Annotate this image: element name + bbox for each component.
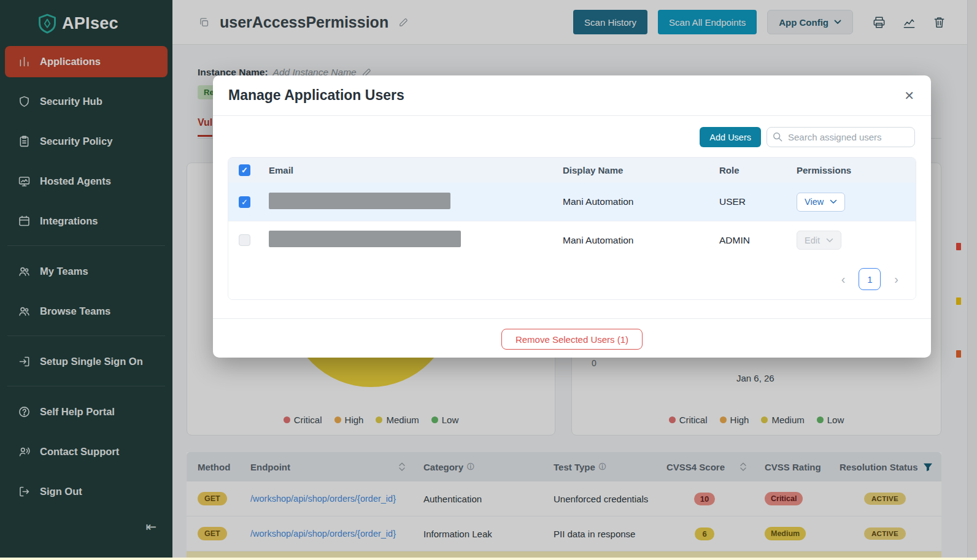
permission-select-disabled[interactable]: Edit — [797, 231, 841, 250]
close-icon[interactable]: ✕ — [904, 88, 914, 103]
app-root: APIsec Applications Security Hub Securit… — [0, 0, 977, 560]
manage-users-modal: Manage Application Users ✕ Add Users ✓ E… — [213, 75, 931, 358]
assigned-users-search — [767, 127, 915, 147]
col-permissions: Permissions — [797, 165, 916, 175]
redacted-email — [269, 193, 450, 209]
col-email: Email — [269, 165, 563, 175]
user-row: Mani Automation ADMIN Edit — [228, 221, 916, 259]
add-users-button[interactable]: Add Users — [700, 127, 761, 147]
bottom-edge-strip — [0, 558, 977, 560]
users-table-header: ✓ Email Display Name Role Permissions — [228, 158, 916, 183]
modal-title: Manage Application Users — [228, 87, 404, 104]
pagination: ‹ 1 › — [228, 259, 916, 299]
prev-page-icon[interactable]: ‹ — [841, 272, 846, 286]
check-icon: ✓ — [241, 166, 248, 175]
user-row: ✓ Mani Automation USER View — [228, 183, 916, 221]
role-value: USER — [719, 196, 797, 207]
users-table: ✓ Email Display Name Role Permissions ✓ … — [228, 157, 916, 300]
redacted-email — [269, 231, 461, 247]
display-name-value: Mani Automation — [563, 235, 719, 246]
modal-footer: Remove Selected Users (1) — [213, 319, 931, 350]
chevron-down-icon — [830, 199, 837, 204]
role-value: ADMIN — [719, 235, 797, 246]
permission-select[interactable]: View — [797, 193, 845, 212]
next-page-icon[interactable]: › — [894, 272, 898, 286]
col-role: Role — [719, 165, 797, 175]
row-checkbox[interactable]: ✓ — [239, 196, 250, 208]
modal-header: Manage Application Users ✕ — [213, 75, 931, 116]
search-input[interactable] — [767, 127, 915, 147]
check-icon: ✓ — [241, 198, 248, 207]
modal-toolbar: Add Users — [229, 127, 915, 147]
chevron-down-icon — [826, 238, 833, 243]
row-checkbox[interactable] — [239, 234, 250, 246]
col-display-name: Display Name — [563, 165, 719, 175]
current-page-button[interactable]: 1 — [859, 268, 881, 290]
display-name-value: Mani Automation — [563, 196, 719, 207]
remove-selected-users-button[interactable]: Remove Selected Users (1) — [501, 329, 643, 350]
search-icon — [773, 132, 782, 142]
select-all-checkbox[interactable]: ✓ — [239, 164, 250, 176]
